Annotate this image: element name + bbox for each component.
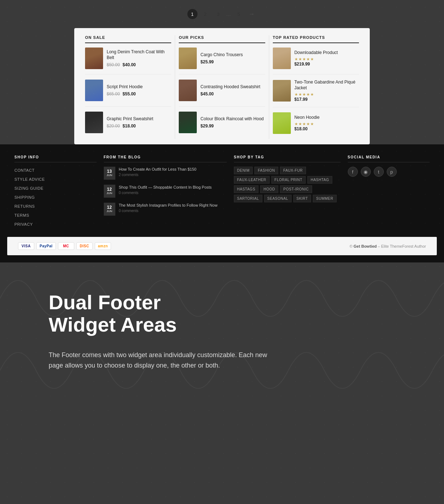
blog-month: JUN: [107, 174, 112, 177]
product-item[interactable]: Cargo Chino Trousers $25.99: [179, 48, 265, 75]
product-price: $25.99: [200, 59, 265, 64]
footer: SHOP INFO CONTACT STYLE ADVICE SIZING GU…: [0, 144, 444, 262]
product-price: $50.00 $40.00: [107, 62, 171, 67]
product-item[interactable]: Colour Block Raincoat with Hood $29.99: [179, 112, 265, 138]
blog-post-item[interactable]: 12 JUN The Most Stylish Instagram Profil…: [104, 203, 227, 216]
post-comments: 0 comments: [119, 209, 218, 213]
blog-post-item[interactable]: 13 JUN How To Create An Outfit for Less …: [104, 167, 227, 180]
tag-sartorial[interactable]: SARTORIAL: [234, 195, 262, 202]
tag-floral-print[interactable]: FLORAL PRINT: [271, 176, 306, 184]
blog-post-info: How To Create An Outfit for Less Than $1…: [119, 167, 196, 180]
top-rated-title: TOP RATED PRODUCTS: [273, 35, 359, 43]
product-name: Colour Block Raincoat with Hood: [200, 116, 265, 122]
tag-cloud: DENIM FASHION FAUX-FUR FAUX-LEATHER FLOR…: [234, 167, 341, 202]
product-item[interactable]: Two-Tone Gabardine And Piqué Jacket ★★★★…: [273, 80, 359, 107]
facebook-icon[interactable]: f: [348, 167, 358, 177]
pagination-next-btn[interactable]: →: [247, 9, 257, 19]
twitter-icon[interactable]: t: [374, 167, 384, 177]
blog-month: JUN: [107, 210, 112, 213]
pinterest-icon[interactable]: p: [387, 167, 397, 177]
page-1-btn[interactable]: 1: [187, 9, 197, 19]
style-advice-link[interactable]: STYLE ADVICE: [14, 177, 45, 181]
payment-icons: VISA PayPal MC DISC amzn: [18, 242, 111, 250]
product-image: [179, 112, 197, 133]
terms-link[interactable]: TERMS: [14, 213, 29, 217]
tag-hood[interactable]: HOOD: [260, 185, 278, 193]
tag-denim[interactable]: DENIM: [234, 167, 253, 174]
shop-info-links: CONTACT STYLE ADVICE SIZING GUIDE SHIPPI…: [14, 167, 97, 227]
tags-title: SHOP BY TAG: [234, 155, 341, 162]
tag-seasonal[interactable]: SEASONAL: [264, 195, 292, 202]
product-image: [273, 112, 291, 134]
tag-summer[interactable]: SUMMER: [313, 195, 336, 202]
footer-shop-info: SHOP INFO CONTACT STYLE ADVICE SIZING GU…: [11, 155, 100, 230]
price: $45.00: [200, 91, 214, 96]
blog-month: JUN: [107, 192, 112, 195]
product-item[interactable]: Contrasting Hooded Sweatshirt $45.00: [179, 80, 265, 107]
product-info: Neon Hoodie ★★★★★ $18.00: [294, 115, 359, 132]
shipping-link[interactable]: SHIPPING: [14, 195, 35, 199]
product-price: $29.99: [200, 123, 265, 129]
tag-faux-fur[interactable]: FAUX-FUR: [280, 167, 306, 174]
tag-hashtag[interactable]: HASHTAG: [307, 176, 332, 184]
price: $18.00: [294, 126, 308, 131]
price: $29.99: [200, 123, 214, 129]
product-info: Contrasting Hooded Sweatshirt $45.00: [200, 84, 265, 96]
page-3-btn[interactable]: 3: [213, 9, 223, 19]
our-picks-title: OUR PICKS: [179, 35, 265, 43]
tag-faux-leather[interactable]: FAUX-LEATHER: [234, 176, 270, 184]
new-price: $40.00: [123, 62, 136, 67]
hero-section: Dual FooterWidget Areas The Footer comes…: [0, 262, 444, 392]
footer-grid: SHOP INFO CONTACT STYLE ADVICE SIZING GU…: [7, 155, 437, 230]
tag-post-ironic[interactable]: POST-IRONIC: [280, 185, 312, 193]
product-image: [85, 48, 103, 69]
price: $17.99: [294, 97, 308, 102]
product-item[interactable]: Downloadable Product ★★★★★ $219.99: [273, 48, 359, 75]
page-2-btn[interactable]: 2: [200, 9, 210, 19]
on-sale-column: ON SALE Long Denim Trench Coat With Belt…: [81, 35, 175, 139]
contact-link[interactable]: CONTACT: [14, 168, 35, 172]
product-name: Script Print Hoodie: [107, 84, 171, 90]
post-title: Shop This Outfit — Shoppable Content In …: [119, 185, 212, 190]
product-info: Cargo Chino Trousers $25.99: [200, 52, 265, 64]
products-content-box: ON SALE Long Denim Trench Coat With Belt…: [74, 28, 370, 144]
pagination: 1 2 3 … 5 →: [74, 4, 370, 28]
post-comments: 0 comments: [119, 191, 212, 195]
paypal-icon: PayPal: [36, 242, 56, 250]
page-5-btn[interactable]: 5: [234, 9, 244, 19]
post-comments: 2 comments: [119, 173, 196, 177]
product-price: $65.00 $55.00: [107, 91, 171, 96]
returns-link[interactable]: RETURNS: [14, 204, 35, 208]
blog-date: 12 JUN: [104, 185, 115, 198]
discord-icon[interactable]: ◉: [361, 167, 371, 177]
old-price: $20.00: [107, 123, 120, 129]
tag-hastags[interactable]: HASTAGS: [234, 185, 259, 193]
blog-title: FROM THE BLOG: [104, 155, 227, 162]
product-name: Long Denim Trench Coat With Belt: [107, 49, 171, 60]
post-title: The Most Stylish Instagram Profiles to F…: [119, 203, 218, 208]
product-item[interactable]: Neon Hoodie ★★★★★ $18.00: [273, 112, 359, 139]
blog-date: 12 JUN: [104, 203, 115, 216]
pagination-dots: …: [226, 12, 231, 17]
blog-post-item[interactable]: 12 JUN Shop This Outfit — Shoppable Cont…: [104, 185, 227, 198]
product-image: [85, 112, 103, 133]
copyright-link[interactable]: Get Bowtied: [354, 244, 377, 248]
mastercard-icon: MC: [58, 242, 74, 250]
old-price: $65.00: [107, 91, 120, 96]
product-price: $18.00: [294, 126, 359, 131]
tag-fashion[interactable]: FASHION: [254, 167, 278, 174]
product-stars: ★★★★★: [294, 57, 359, 62]
social-icons: f ◉ t p: [348, 167, 430, 177]
sizing-guide-link[interactable]: SIZING GUIDE: [14, 186, 44, 190]
privacy-link[interactable]: PRIVACY: [14, 222, 33, 226]
top-rated-column: TOP RATED PRODUCTS Downloadable Product …: [269, 35, 363, 139]
product-item[interactable]: Graphic Print Sweatshirt $20.00 $18.00: [85, 112, 171, 138]
product-item[interactable]: Script Print Hoodie $65.00 $55.00: [85, 80, 171, 107]
product-info: Graphic Print Sweatshirt $20.00 $18.00: [107, 116, 171, 129]
new-price: $18.00: [123, 123, 136, 129]
product-item[interactable]: Long Denim Trench Coat With Belt $50.00 …: [85, 48, 171, 75]
tag-skirt[interactable]: SKIRT: [293, 195, 311, 202]
blog-post-info: Shop This Outfit — Shoppable Content In …: [119, 185, 212, 198]
product-price: $219.99: [294, 62, 359, 67]
product-image: [273, 48, 291, 69]
